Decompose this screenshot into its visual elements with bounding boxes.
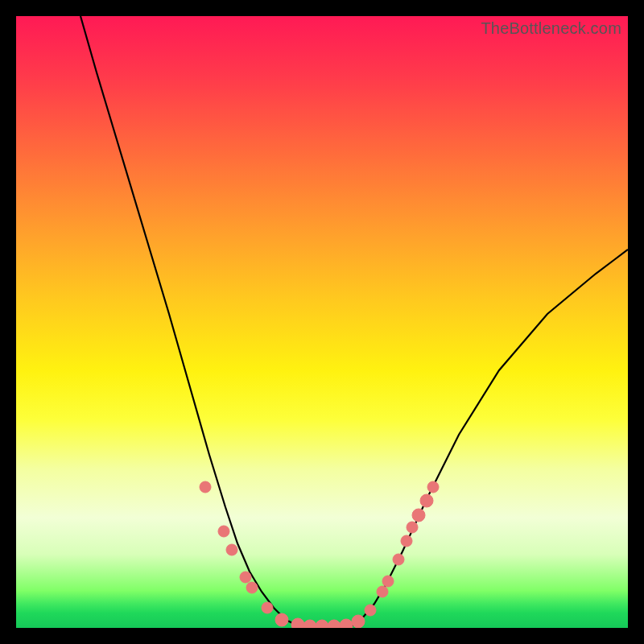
data-marker [377,586,388,597]
curve-svg [16,16,628,628]
data-marker [200,481,211,493]
data-marker [291,618,304,628]
data-marker [246,582,258,593]
data-marker [427,481,439,493]
data-marker [226,544,237,555]
data-marker [218,526,229,537]
data-marker [303,620,316,628]
data-marker [365,605,376,616]
bottleneck-curve [80,16,628,626]
data-marker [420,494,433,507]
data-marker [412,509,425,522]
data-marker [240,572,251,583]
data-marker [328,620,341,628]
data-marker [352,615,365,628]
data-marker [275,613,288,626]
curve-group [80,16,628,626]
marker-group [200,481,439,628]
data-marker [401,535,412,547]
plot-area: TheBottleneck.com [16,16,628,628]
data-marker [407,522,418,533]
data-marker [393,554,404,565]
data-marker [340,619,353,628]
chart-frame: TheBottleneck.com [0,0,644,644]
data-marker [316,620,328,628]
data-marker [382,576,394,587]
data-marker [262,602,273,613]
watermark-text: TheBottleneck.com [481,19,621,38]
